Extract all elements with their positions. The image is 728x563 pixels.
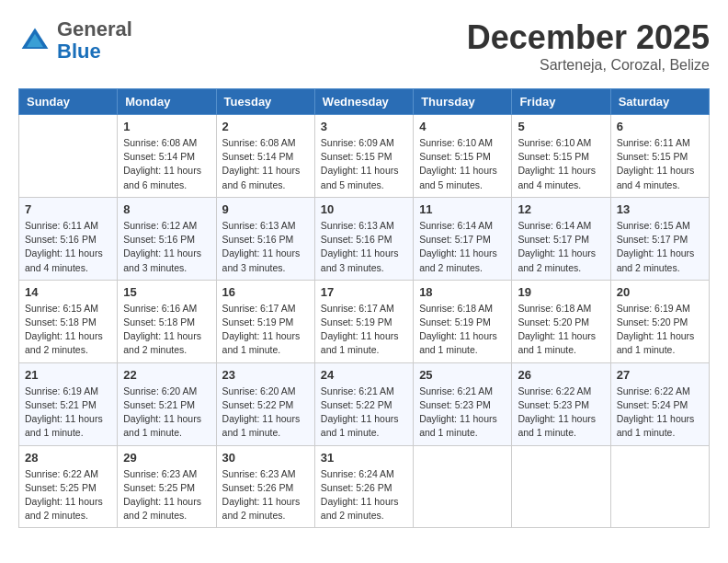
day-info: Sunrise: 6:11 AM Sunset: 5:16 PM Dayligh…: [25, 219, 111, 275]
calendar-cell: 24Sunrise: 6:21 AM Sunset: 5:22 PM Dayli…: [314, 362, 413, 445]
day-info: Sunrise: 6:20 AM Sunset: 5:21 PM Dayligh…: [123, 385, 210, 441]
calendar-cell: 5Sunrise: 6:10 AM Sunset: 5:15 PM Daylig…: [512, 115, 610, 198]
logo-icon: [18, 24, 51, 57]
day-number: 17: [321, 285, 407, 299]
calendar-week-row: 21Sunrise: 6:19 AM Sunset: 5:21 PM Dayli…: [19, 362, 710, 445]
page-header: General Blue December 2025 Sarteneja, Co…: [18, 18, 710, 74]
calendar-cell: 22Sunrise: 6:20 AM Sunset: 5:21 PM Dayli…: [118, 362, 216, 445]
logo-text: General Blue: [57, 18, 132, 63]
calendar-header-row: SundayMondayTuesdayWednesdayThursdayFrid…: [19, 89, 710, 115]
day-number: 7: [25, 202, 111, 216]
day-number: 21: [25, 368, 111, 382]
calendar-week-row: 7Sunrise: 6:11 AM Sunset: 5:16 PM Daylig…: [19, 197, 710, 280]
calendar-cell: 18Sunrise: 6:18 AM Sunset: 5:19 PM Dayli…: [414, 280, 512, 362]
calendar-cell: 26Sunrise: 6:22 AM Sunset: 5:23 PM Dayli…: [512, 362, 610, 445]
day-info: Sunrise: 6:15 AM Sunset: 5:18 PM Dayligh…: [25, 302, 111, 358]
calendar-cell: [414, 445, 512, 528]
calendar-cell: 16Sunrise: 6:17 AM Sunset: 5:19 PM Dayli…: [216, 280, 314, 362]
day-info: Sunrise: 6:21 AM Sunset: 5:23 PM Dayligh…: [419, 385, 506, 441]
day-number: 10: [321, 202, 407, 216]
calendar-cell: 11Sunrise: 6:14 AM Sunset: 5:17 PM Dayli…: [414, 197, 512, 280]
day-info: Sunrise: 6:17 AM Sunset: 5:19 PM Dayligh…: [222, 302, 309, 358]
day-info: Sunrise: 6:18 AM Sunset: 5:20 PM Dayligh…: [518, 302, 604, 358]
day-info: Sunrise: 6:21 AM Sunset: 5:22 PM Dayligh…: [321, 385, 407, 441]
calendar-week-row: 1Sunrise: 6:08 AM Sunset: 5:14 PM Daylig…: [19, 115, 710, 198]
day-info: Sunrise: 6:13 AM Sunset: 5:16 PM Dayligh…: [222, 219, 309, 275]
calendar-cell: 13Sunrise: 6:15 AM Sunset: 5:17 PM Dayli…: [610, 197, 709, 280]
day-info: Sunrise: 6:10 AM Sunset: 5:15 PM Dayligh…: [419, 136, 506, 192]
calendar-cell: 15Sunrise: 6:16 AM Sunset: 5:18 PM Dayli…: [118, 280, 216, 362]
day-info: Sunrise: 6:19 AM Sunset: 5:20 PM Dayligh…: [617, 302, 703, 358]
day-info: Sunrise: 6:15 AM Sunset: 5:17 PM Dayligh…: [617, 219, 703, 275]
day-number: 11: [419, 202, 506, 216]
day-info: Sunrise: 6:14 AM Sunset: 5:17 PM Dayligh…: [518, 219, 604, 275]
day-number: 9: [222, 202, 309, 216]
day-number: 4: [419, 120, 506, 133]
day-info: Sunrise: 6:13 AM Sunset: 5:16 PM Dayligh…: [321, 219, 407, 275]
month-title: December 2025: [467, 18, 710, 57]
calendar-cell: 8Sunrise: 6:12 AM Sunset: 5:16 PM Daylig…: [118, 197, 216, 280]
day-number: 6: [617, 120, 703, 133]
day-number: 29: [123, 451, 210, 465]
calendar-table: SundayMondayTuesdayWednesdayThursdayFrid…: [18, 88, 710, 528]
logo: General Blue: [18, 18, 132, 63]
day-info: Sunrise: 6:12 AM Sunset: 5:16 PM Dayligh…: [123, 219, 210, 275]
day-number: 1: [123, 120, 210, 133]
calendar-cell: 23Sunrise: 6:20 AM Sunset: 5:22 PM Dayli…: [216, 362, 314, 445]
day-info: Sunrise: 6:17 AM Sunset: 5:19 PM Dayligh…: [321, 302, 407, 358]
calendar-cell: 30Sunrise: 6:23 AM Sunset: 5:26 PM Dayli…: [216, 445, 314, 528]
day-number: 24: [321, 368, 407, 382]
day-header-tuesday: Tuesday: [216, 89, 314, 115]
calendar-cell: 9Sunrise: 6:13 AM Sunset: 5:16 PM Daylig…: [216, 197, 314, 280]
calendar-cell: [512, 445, 610, 528]
calendar-cell: 25Sunrise: 6:21 AM Sunset: 5:23 PM Dayli…: [414, 362, 512, 445]
day-header-friday: Friday: [512, 89, 610, 115]
calendar-cell: [19, 115, 118, 198]
day-header-sunday: Sunday: [19, 89, 118, 115]
calendar-cell: 10Sunrise: 6:13 AM Sunset: 5:16 PM Dayli…: [314, 197, 413, 280]
calendar-cell: 3Sunrise: 6:09 AM Sunset: 5:15 PM Daylig…: [314, 115, 413, 198]
day-info: Sunrise: 6:22 AM Sunset: 5:25 PM Dayligh…: [25, 467, 111, 523]
day-number: 22: [123, 368, 210, 382]
title-block: December 2025 Sarteneja, Corozal, Belize: [467, 18, 710, 74]
calendar-cell: 21Sunrise: 6:19 AM Sunset: 5:21 PM Dayli…: [19, 362, 118, 445]
calendar-cell: 4Sunrise: 6:10 AM Sunset: 5:15 PM Daylig…: [414, 115, 512, 198]
day-info: Sunrise: 6:22 AM Sunset: 5:24 PM Dayligh…: [617, 385, 703, 441]
day-number: 14: [25, 285, 111, 299]
day-number: 31: [321, 451, 407, 465]
day-info: Sunrise: 6:14 AM Sunset: 5:17 PM Dayligh…: [419, 219, 506, 275]
day-info: Sunrise: 6:16 AM Sunset: 5:18 PM Dayligh…: [123, 302, 210, 358]
day-number: 25: [419, 368, 506, 382]
day-number: 3: [321, 120, 407, 133]
day-number: 23: [222, 368, 309, 382]
calendar-cell: 19Sunrise: 6:18 AM Sunset: 5:20 PM Dayli…: [512, 280, 610, 362]
day-number: 2: [222, 120, 309, 133]
day-info: Sunrise: 6:23 AM Sunset: 5:26 PM Dayligh…: [222, 467, 309, 523]
calendar-cell: 27Sunrise: 6:22 AM Sunset: 5:24 PM Dayli…: [610, 362, 709, 445]
day-info: Sunrise: 6:10 AM Sunset: 5:15 PM Dayligh…: [518, 136, 604, 192]
calendar-cell: 14Sunrise: 6:15 AM Sunset: 5:18 PM Dayli…: [19, 280, 118, 362]
calendar-week-row: 28Sunrise: 6:22 AM Sunset: 5:25 PM Dayli…: [19, 445, 710, 528]
day-number: 12: [518, 202, 604, 216]
calendar-cell: 29Sunrise: 6:23 AM Sunset: 5:25 PM Dayli…: [118, 445, 216, 528]
day-header-monday: Monday: [118, 89, 216, 115]
day-number: 28: [25, 451, 111, 465]
calendar-cell: 2Sunrise: 6:08 AM Sunset: 5:14 PM Daylig…: [216, 115, 314, 198]
calendar-cell: 20Sunrise: 6:19 AM Sunset: 5:20 PM Dayli…: [610, 280, 709, 362]
day-header-wednesday: Wednesday: [314, 89, 413, 115]
calendar-week-row: 14Sunrise: 6:15 AM Sunset: 5:18 PM Dayli…: [19, 280, 710, 362]
day-info: Sunrise: 6:09 AM Sunset: 5:15 PM Dayligh…: [321, 136, 407, 192]
calendar-cell: 31Sunrise: 6:24 AM Sunset: 5:26 PM Dayli…: [314, 445, 413, 528]
day-info: Sunrise: 6:19 AM Sunset: 5:21 PM Dayligh…: [25, 385, 111, 441]
day-number: 27: [617, 368, 703, 382]
day-number: 15: [123, 285, 210, 299]
calendar-cell: [610, 445, 709, 528]
day-info: Sunrise: 6:18 AM Sunset: 5:19 PM Dayligh…: [419, 302, 506, 358]
day-number: 20: [617, 285, 703, 299]
calendar-cell: 28Sunrise: 6:22 AM Sunset: 5:25 PM Dayli…: [19, 445, 118, 528]
day-number: 19: [518, 285, 604, 299]
day-info: Sunrise: 6:08 AM Sunset: 5:14 PM Dayligh…: [222, 136, 309, 192]
day-info: Sunrise: 6:22 AM Sunset: 5:23 PM Dayligh…: [518, 385, 604, 441]
day-info: Sunrise: 6:20 AM Sunset: 5:22 PM Dayligh…: [222, 385, 309, 441]
day-number: 5: [518, 120, 604, 133]
